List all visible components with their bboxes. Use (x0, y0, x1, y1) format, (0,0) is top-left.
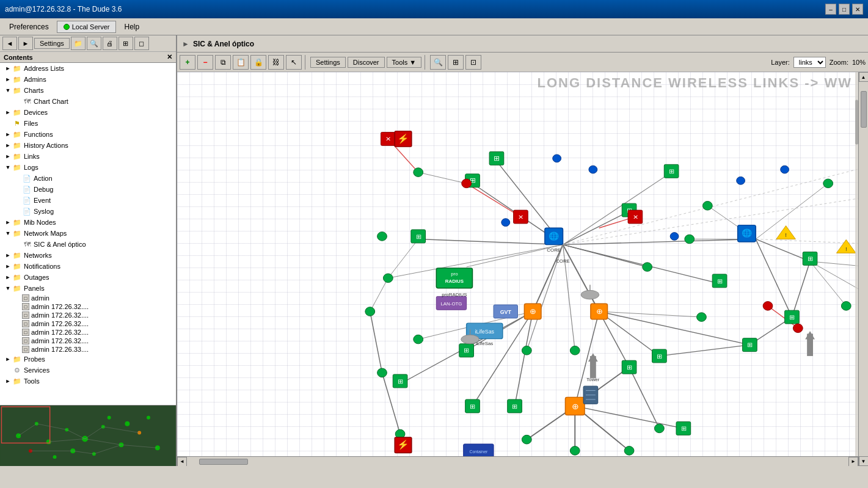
tree-item-panel-admin-5[interactable]: □admin 172.26.32.... (0, 337, 176, 345)
add-node-button[interactable]: + (180, 55, 195, 70)
pointer-button[interactable]: ↖ (286, 55, 302, 70)
tree-item-charts[interactable]: ▼📁Charts (0, 85, 176, 96)
expander-logs[interactable]: ▼ (4, 163, 12, 172)
tree-item-admins[interactable]: ►📁Admins (0, 74, 176, 85)
discover-button[interactable]: Discover (348, 57, 385, 68)
tree-item-history-actions[interactable]: ►📁History Actions (0, 140, 176, 151)
tree-item-services[interactable]: ⚙Services (0, 365, 176, 376)
link-button[interactable]: ⛓ (268, 55, 284, 70)
tree-item-address-lists[interactable]: ►📁Address Lists (0, 63, 176, 74)
folder-icon: 📁 (12, 272, 22, 282)
nav-icon1[interactable]: 📁 (71, 37, 86, 50)
tree-item-panel-admin-1[interactable]: □admin 172.26.32.... (0, 302, 176, 311)
expander-devices[interactable]: ► (4, 108, 12, 117)
close-button[interactable]: ✕ (852, 4, 863, 15)
tree-item-logs[interactable]: ▼📁Logs (0, 162, 176, 173)
nav-toolbar: ◄ ► Settings 📁 🔍 🖨 ⊞ ◻ (0, 35, 176, 52)
folder-icon: 📁 (12, 129, 22, 139)
preferences-menu[interactable]: Preferences (2, 20, 56, 34)
settings-button[interactable]: Settings (34, 38, 70, 49)
tree-item-panels[interactable]: ▼📁Panels (0, 283, 176, 294)
tree-item-outages[interactable]: ►📁Outages (0, 272, 176, 283)
tree-item-chart-chart[interactable]: 🗺Chart Chart (0, 96, 176, 107)
settings-map-button[interactable]: Settings (310, 57, 346, 68)
tree-item-notifications[interactable]: ►📁Notifications (0, 261, 176, 272)
scroll-down-button[interactable]: ▼ (859, 456, 869, 466)
grid-button[interactable]: ⊞ (448, 55, 464, 70)
tree-item-probes[interactable]: ►📁Probes (0, 354, 176, 365)
tree-item-tools[interactable]: ►📁Tools (0, 376, 176, 387)
nav-icon5[interactable]: ◻ (134, 37, 149, 50)
tree-item-links[interactable]: ►📁Links (0, 151, 176, 162)
tree-item-panel-admin[interactable]: □admin (0, 294, 176, 302)
tree-item-panel-admin-4[interactable]: □admin 172.26.32.... (0, 328, 176, 337)
svg-text:✕: ✕ (518, 214, 523, 220)
layer-select[interactable]: links (793, 57, 826, 68)
expander-panels[interactable]: ▼ (4, 284, 12, 293)
svg-point-196 (553, 155, 561, 162)
horizontal-scrollbar[interactable]: ◄ ► (177, 456, 858, 466)
contents-close[interactable]: ✕ (167, 53, 172, 61)
tree-item-sic-anel[interactable]: 🗺SIC & Anel óptico (0, 239, 176, 250)
expander-history-actions[interactable]: ► (4, 141, 12, 150)
local-server-menu[interactable]: Local Server (57, 21, 117, 33)
tree-item-syslog[interactable]: 📄Syslog (0, 206, 176, 217)
tree-item-panel-admin-6[interactable]: □admin 172.26.33.... (0, 345, 176, 354)
tools-button[interactable]: Tools ▼ (387, 57, 422, 68)
scroll-right-button[interactable]: ► (848, 457, 858, 467)
tree-item-debug[interactable]: 📄Debug (0, 184, 176, 195)
fit-button[interactable]: ⊡ (465, 55, 481, 70)
tree-item-functions[interactable]: ►📁Functions (0, 129, 176, 140)
back-button[interactable]: ◄ (2, 37, 17, 50)
expander-networks[interactable]: ► (4, 251, 12, 260)
folder-icon: 📁 (12, 228, 22, 238)
search-map-button[interactable]: 🔍 (430, 55, 446, 70)
paste-button[interactable]: 📋 (233, 55, 249, 70)
toolbar-separator-2 (425, 55, 427, 70)
svg-text:⊞: ⊞ (627, 364, 632, 371)
forward-button[interactable]: ► (18, 37, 33, 50)
nav-icon3[interactable]: 🖨 (103, 37, 117, 50)
svg-text:✕: ✕ (633, 214, 638, 220)
expander-notifications[interactable]: ► (4, 262, 12, 271)
tree-item-network-maps[interactable]: ▼📁Network Maps (0, 228, 176, 239)
nav-icon2[interactable]: 🔍 (87, 37, 101, 50)
vertical-scrollbar[interactable]: ▲ ▼ (858, 72, 868, 466)
expander-tools[interactable]: ► (4, 377, 12, 385)
maximize-button[interactable]: □ (839, 4, 850, 15)
expander-links[interactable]: ► (4, 152, 12, 161)
expander-admins[interactable]: ► (4, 75, 12, 84)
contents-tree[interactable]: ►📁Address Lists►📁Admins▼📁Charts🗺Chart Ch… (0, 63, 176, 405)
scroll-left-button[interactable]: ◄ (177, 457, 187, 467)
network-map[interactable]: Long Distance Wireless links -> ww (177, 72, 858, 456)
expander-mib-nodes[interactable]: ► (4, 218, 12, 227)
expander-address-lists[interactable]: ► (4, 64, 12, 73)
scroll-up-button[interactable]: ▲ (859, 72, 869, 82)
tree-label-links: Links (24, 153, 40, 160)
minimize-button[interactable]: – (825, 4, 836, 15)
svg-text:iLifeSas: iLifeSas (476, 341, 493, 346)
expander-probes[interactable]: ► (4, 355, 12, 363)
tree-item-mib-nodes[interactable]: ►📁Mib Nodes (0, 217, 176, 228)
expander-network-maps[interactable]: ▼ (4, 229, 12, 238)
nav-icon4[interactable]: ⊞ (119, 37, 133, 50)
expander-functions[interactable]: ► (4, 130, 12, 139)
lock-button[interactable]: 🔒 (250, 55, 266, 70)
tree-item-networks[interactable]: ►📁Networks (0, 250, 176, 261)
svg-text:⊞: ⊞ (464, 348, 469, 354)
tree-item-action[interactable]: 📄Action (0, 173, 176, 184)
tree-item-devices[interactable]: ►📁Devices (0, 107, 176, 118)
tree-item-panel-admin-2[interactable]: □admin 172.26.32.... (0, 311, 176, 319)
tree-item-event[interactable]: 📄Event (0, 195, 176, 206)
tree-item-files[interactable]: ⚑Files (0, 118, 176, 129)
tree-label-syslog: Syslog (34, 208, 54, 215)
remove-node-button[interactable]: − (197, 55, 213, 70)
services-icon: ⚙ (12, 365, 22, 375)
help-menu[interactable]: Help (117, 20, 146, 34)
expander-charts[interactable]: ▼ (4, 86, 12, 95)
svg-text:⊞: ⊞ (494, 155, 499, 162)
expander-outages[interactable]: ► (4, 273, 12, 282)
copy-button[interactable]: ⧉ (215, 55, 231, 70)
svg-text:🌐: 🌐 (742, 228, 753, 238)
tree-item-panel-admin-3[interactable]: □admin 172.26.32.... (0, 319, 176, 328)
